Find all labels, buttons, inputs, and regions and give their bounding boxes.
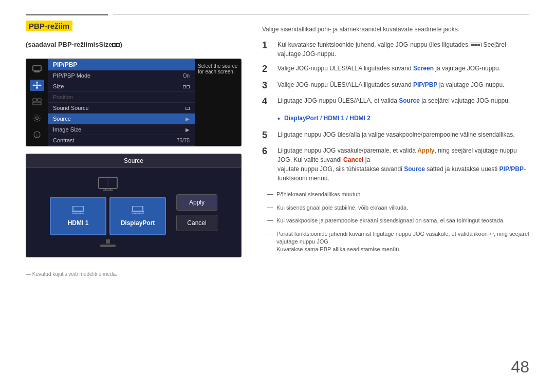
step-3: 3 Valige JOG-nuppu ÜLES/ALLA liigutades … bbox=[262, 80, 529, 91]
subtitle: (saadaval PBP-režiimisSize ) bbox=[26, 41, 242, 48]
svg-rect-16 bbox=[99, 177, 117, 189]
displayport-label: DisplayPort bbox=[121, 219, 155, 227]
svg-rect-11 bbox=[38, 99, 41, 101]
svg-rect-30 bbox=[100, 245, 116, 247]
svg-marker-9 bbox=[40, 84, 42, 86]
osd-hint: Select the source for each screen. bbox=[195, 59, 241, 146]
osd-icon-layers bbox=[30, 96, 44, 107]
hdmi1-icon bbox=[72, 206, 84, 216]
source-buttons: Apply Cancel bbox=[176, 194, 217, 231]
source-monitor-top-icon bbox=[98, 176, 118, 191]
top-line-right bbox=[113, 14, 529, 15]
svg-rect-21 bbox=[73, 206, 83, 211]
source-screens-row: HDMI 1 DisplayPort bbox=[50, 197, 166, 235]
displayport-icon bbox=[132, 206, 144, 216]
left-column: PBP-režiim (saadaval PBP-režiimisSize ) bbox=[26, 21, 242, 377]
intro-text: Valige sisendallikad põhi- ja alamekraan… bbox=[262, 26, 529, 33]
source-screen-hdmi1: HDMI 1 bbox=[50, 197, 106, 235]
svg-rect-10 bbox=[33, 99, 36, 101]
osd-icon-info: i bbox=[30, 129, 44, 140]
cancel-button[interactable]: Cancel bbox=[176, 215, 217, 231]
source-screen-displayport: DisplayPort bbox=[109, 197, 166, 235]
notes-area: — Põhiekraani sisendallikas muutub. — Ku… bbox=[262, 189, 529, 255]
osd-item-size: Size bbox=[48, 81, 195, 92]
osd-icon-arrows bbox=[30, 80, 44, 91]
svg-rect-0 bbox=[33, 66, 41, 71]
bullet-item-displayport: • DisplayPort / HDMI 1 / HDMI 2 bbox=[262, 115, 529, 123]
source-panel: Source bbox=[26, 154, 242, 257]
hdmi1-label: HDMI 1 bbox=[68, 219, 89, 227]
svg-text:i: i bbox=[36, 133, 38, 138]
note-2: — Kui sisendsignaal pole stabiilne, võib… bbox=[262, 204, 529, 212]
source-monitor-bottom bbox=[92, 239, 123, 249]
osd-item-source: Source ▶ bbox=[48, 114, 195, 124]
page-title: PBP-režiim bbox=[26, 21, 72, 31]
osd-sidebar: i bbox=[26, 59, 48, 146]
osd-menu: PIP/PBP PIP/PBP Mode On Size Position So… bbox=[48, 59, 195, 146]
step-2: 2 Valige JOG-nuppu ÜLES/ALLA liigutades … bbox=[262, 64, 529, 75]
osd-item-mode: PIP/PBP Mode On bbox=[48, 70, 195, 81]
top-line-left bbox=[26, 14, 108, 15]
svg-rect-29 bbox=[106, 239, 110, 244]
osd-item-position: Position bbox=[48, 92, 195, 103]
osd-icon-monitor bbox=[30, 63, 44, 74]
svg-marker-6 bbox=[36, 81, 38, 83]
source-panel-header: Source bbox=[26, 154, 241, 168]
right-column: Valige sisendallikad põhi- ja alamekraan… bbox=[262, 21, 529, 377]
note-1: — Põhiekraani sisendallikas muutub. bbox=[262, 191, 529, 198]
step-1: 1 Kui kuvatakse funktsioonide juhend, va… bbox=[262, 40, 529, 59]
page-number: 48 bbox=[511, 358, 529, 377]
osd-icon-gear bbox=[30, 113, 44, 124]
svg-marker-8 bbox=[32, 84, 34, 86]
bullet-text: DisplayPort / HDMI 1 / HDMI 2 bbox=[284, 115, 371, 122]
steps-list: 1 Kui kuvatakse funktsioonide juhend, va… bbox=[262, 40, 529, 183]
osd-item-image-size: Image Size ▶ bbox=[48, 124, 195, 135]
step-6: 6 Liigutage nuppu JOG vasakule/paremale,… bbox=[262, 146, 529, 183]
step-5: 5 Liigutage nuppu JOG üles/alla ja valig… bbox=[262, 130, 529, 141]
footnote-text: — Kuvatud kujutis võib mudeliti erineda. bbox=[26, 271, 242, 277]
osd-menu-header: PIP/PBP bbox=[48, 59, 195, 70]
step-4: 4 Liigutage JOG-nuppu ÜLES/ALLA, et vali… bbox=[262, 96, 529, 107]
svg-rect-25 bbox=[133, 206, 143, 211]
svg-point-13 bbox=[36, 117, 39, 120]
source-screens-area: HDMI 1 DisplayPort bbox=[50, 176, 166, 249]
osd-panel: i PIP/PBP PIP/PBP Mode On Size Position bbox=[26, 59, 242, 146]
osd-item-contrast: Contrast 75/75 bbox=[48, 135, 195, 146]
osd-item-sound: Sound Source bbox=[48, 103, 195, 114]
svg-marker-7 bbox=[36, 87, 38, 89]
apply-button[interactable]: Apply bbox=[176, 194, 217, 211]
footnote-divider bbox=[26, 269, 98, 269]
note-3: — Kui vasakpoolse ja parempoolse ekraani… bbox=[262, 217, 529, 225]
source-panel-body: HDMI 1 DisplayPort bbox=[26, 168, 241, 257]
footnote-area: — Kuvatud kujutis võib mudeliti erineda. bbox=[26, 265, 242, 277]
svg-rect-12 bbox=[33, 102, 41, 105]
note-4: — Pärast funktsioonide juhendi kuvamist … bbox=[262, 230, 529, 254]
